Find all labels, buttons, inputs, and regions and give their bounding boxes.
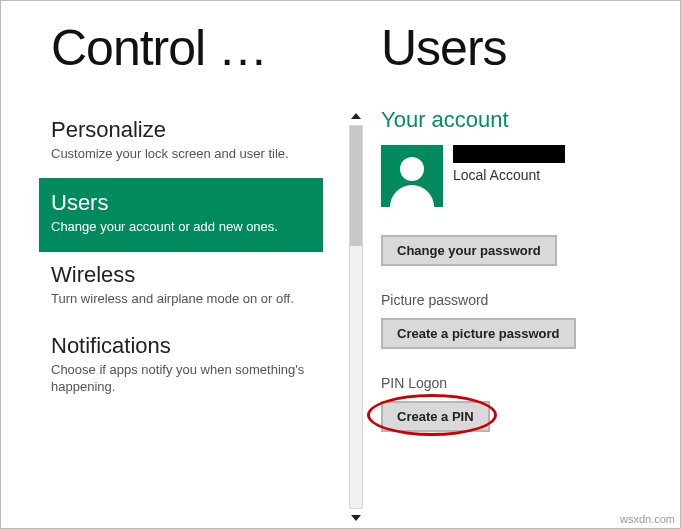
pin-logon-label: PIN Logon xyxy=(381,375,660,391)
your-account-header: Your account xyxy=(381,107,660,133)
sidebar-item-wireless[interactable]: Wireless Turn wireless and airplane mode… xyxy=(51,252,323,323)
avatar-icon xyxy=(381,145,443,207)
sidebar-item-personalize[interactable]: Personalize Customize your lock screen a… xyxy=(51,107,323,178)
sidebar-item-title: Notifications xyxy=(51,333,311,359)
account-name-redacted xyxy=(453,145,565,163)
sidebar-item-notifications[interactable]: Notifications Choose if apps notify you … xyxy=(51,323,323,411)
sidebar-item-desc: Choose if apps notify you when something… xyxy=(51,361,311,396)
account-row: Local Account xyxy=(381,145,660,207)
scroll-down-arrow[interactable] xyxy=(347,509,365,527)
scroll-up-arrow[interactable] xyxy=(347,107,365,125)
account-type-label: Local Account xyxy=(453,167,660,183)
scroll-track[interactable] xyxy=(349,125,363,509)
watermark: wsxdn.com xyxy=(620,513,675,525)
sidebar-item-desc: Turn wireless and airplane mode on or of… xyxy=(51,290,311,308)
picture-password-label: Picture password xyxy=(381,292,660,308)
sidebar-item-desc: Customize your lock screen and user tile… xyxy=(51,145,311,163)
page-title-left: Control … xyxy=(51,19,351,77)
scrollbar[interactable] xyxy=(347,107,365,527)
sidebar-list: Personalize Customize your lock screen a… xyxy=(51,107,323,411)
sidebar-item-desc: Change your account or add new ones. xyxy=(51,218,311,236)
scroll-thumb[interactable] xyxy=(350,126,362,246)
sidebar-item-title: Wireless xyxy=(51,262,311,288)
create-picture-password-button[interactable]: Create a picture password xyxy=(381,318,576,349)
sidebar-item-users[interactable]: Users Change your account or add new one… xyxy=(39,178,323,253)
page-title-right: Users xyxy=(381,19,660,77)
sidebar-item-title: Users xyxy=(51,190,311,216)
sidebar-item-title: Personalize xyxy=(51,117,311,143)
create-pin-button[interactable]: Create a PIN xyxy=(381,401,490,432)
change-password-button[interactable]: Change your password xyxy=(381,235,557,266)
